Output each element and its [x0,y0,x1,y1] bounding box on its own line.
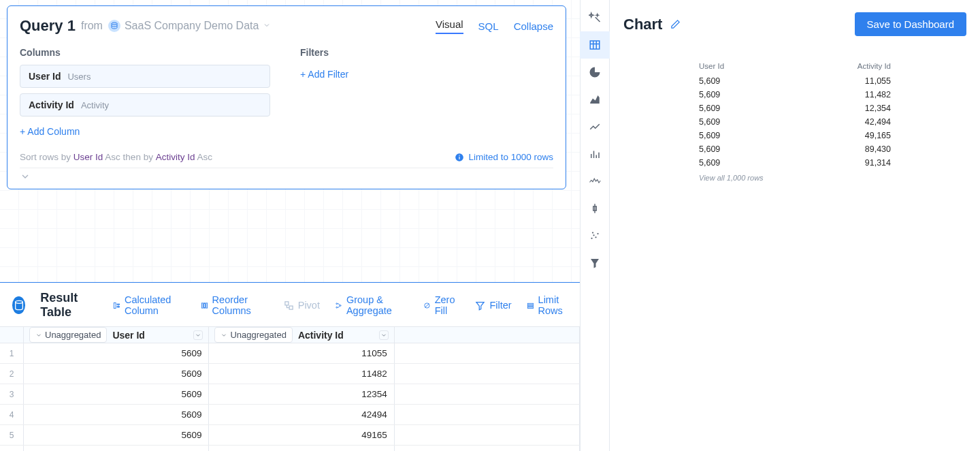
button-label: Group & Aggregate [346,294,408,316]
tab-visual[interactable]: Visual [436,18,463,34]
vis-pie-icon[interactable] [580,59,610,86]
vis-magic-icon[interactable] [580,4,610,31]
visualization-rail [580,0,610,451]
vis-area-icon[interactable] [580,86,610,113]
datasource-name: SaaS Company Demo Data [125,20,259,32]
add-filter-button[interactable]: + Add Filter [300,69,348,80]
svg-rect-21 [527,305,533,307]
svg-point-37 [592,232,593,233]
table-row[interactable]: 5560949165 [0,425,580,446]
row-number: 6 [0,446,24,451]
view-all-rows-link[interactable]: View all 1,000 rows [696,170,894,182]
svg-rect-9 [201,302,203,307]
aggregation-label: Unaggregated [230,330,286,340]
column-name: Activity Id [29,99,74,110]
filter-button[interactable]: Filter [475,300,511,311]
column-table: Users [67,72,91,82]
info-icon [455,153,464,162]
add-column-button[interactable]: + Add Column [20,126,80,137]
sort-description[interactable]: Sort rows by User Id Asc then by Activit… [20,152,212,162]
result-grid: Unaggregated User Id Unaggregated Activi… [0,326,580,451]
sort-dir-1: Asc [105,152,120,162]
column-menu-button[interactable] [193,330,203,340]
cell-activity-id: 49165 [209,425,394,445]
column-name: User Id [29,71,61,82]
cell-user-id: 5609 [24,405,209,424]
query-title[interactable]: Query 1 [20,17,76,35]
vis-bar-icon[interactable] [580,140,610,168]
columns-heading: Columns [20,47,273,58]
vis-scatter-icon[interactable] [580,222,610,249]
table-row[interactable]: 4560942494 [0,405,580,425]
svg-rect-12 [285,301,289,305]
cell-activity-id: 12354 [209,384,394,404]
button-label: Zero Fill [435,294,461,316]
cell-activity-id: 11482 [209,364,394,384]
result-logo-icon [12,296,25,314]
collapse-button[interactable]: Collapse [514,20,553,32]
button-label: Limit Rows [538,294,573,316]
query-card: Query 1 from SaaS Company Demo Data [7,5,566,189]
database-icon [108,20,120,32]
column-chip[interactable]: User Id Users [20,65,270,88]
svg-point-15 [336,307,338,308]
svg-rect-3 [459,155,460,155]
row-number: 3 [0,384,24,404]
svg-point-14 [336,302,338,304]
aggregation-label: Unaggregated [45,330,101,340]
chart-preview-table: User Id Activity Id 5,60911,0555,60911,4… [696,62,894,182]
table-row[interactable]: 6560989430 [0,446,580,451]
table-row[interactable]: 2560911482 [0,364,580,384]
table-row[interactable]: 1560911055 [0,343,580,364]
column-name: User Id [112,330,144,341]
row-limit-note[interactable]: Limited to 1000 rows [455,152,553,162]
table-row[interactable]: 3560912354 [0,384,580,405]
column-name: Activity Id [298,330,344,341]
column-header[interactable]: Unaggregated User Id [24,327,209,343]
button-label: Pivot [298,300,320,311]
column-table: Activity [81,100,109,110]
cell-user-id: 5609 [24,343,209,363]
reorder-columns-button[interactable]: Reorder Columns [201,294,269,316]
column-header[interactable]: Unaggregated Activity Id [209,327,394,343]
result-title: Result Table [40,291,94,320]
sort-then-by: then by [123,152,153,162]
cell-user-id: 5609 [24,425,209,445]
calculated-column-button[interactable]: Calculated Column [113,294,186,316]
mini-table-row: 5,60942,494 [696,115,894,129]
edit-chart-icon[interactable] [670,19,681,29]
aggregation-dropdown[interactable]: Unaggregated [29,327,107,343]
svg-rect-13 [289,306,293,309]
column-menu-button[interactable] [379,330,389,340]
svg-point-35 [595,236,596,238]
pivot-button[interactable]: Pivot [284,300,320,311]
svg-rect-23 [590,41,600,49]
chevron-down-icon [263,21,271,29]
svg-point-36 [597,233,598,234]
vis-table-icon[interactable] [580,31,610,59]
chart-title[interactable]: Chart [623,16,662,33]
expand-card-button[interactable] [20,168,553,186]
column-chip[interactable]: Activity Id Activity [20,93,270,116]
vis-funnel-icon[interactable] [580,249,610,277]
button-label: Filter [489,300,511,311]
vis-candlestick-icon[interactable] [580,195,610,222]
mini-table-row: 5,60911,055 [696,74,894,88]
vis-line-icon[interactable] [580,113,610,140]
cell-activity-id: 42494 [209,405,394,424]
sort-prefix: Sort rows by [20,152,71,162]
group-aggregate-button[interactable]: Group & Aggregate [335,294,408,316]
tab-sql[interactable]: SQL [478,20,499,32]
aggregation-dropdown[interactable]: Unaggregated [214,327,292,343]
zero-fill-button[interactable]: Zero Fill [423,294,461,316]
save-to-dashboard-button[interactable]: Save to Dashboard [855,12,966,36]
limit-rows-button[interactable]: Limit Rows [527,294,573,316]
svg-point-4 [15,300,22,303]
mini-table-row: 5,60911,482 [696,88,894,102]
button-label: Reorder Columns [212,294,269,316]
vis-spark-icon[interactable] [580,168,610,195]
sort-col-1: User Id [74,152,103,162]
svg-rect-10 [203,302,205,307]
datasource-picker[interactable]: SaaS Company Demo Data [108,20,271,32]
svg-point-0 [112,22,117,25]
